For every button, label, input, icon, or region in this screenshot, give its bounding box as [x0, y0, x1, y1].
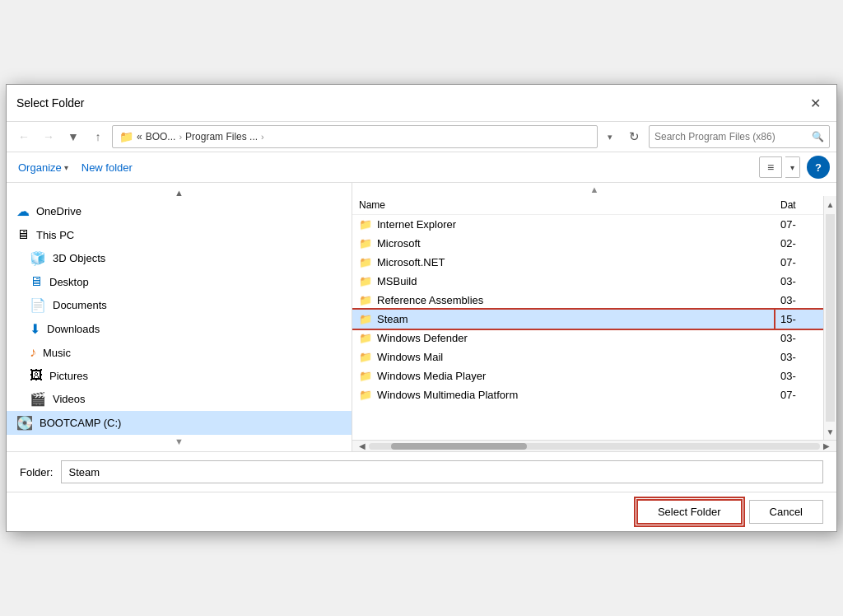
- nav-bar: ← → ▼ ↑ 📁 « BOO... › Program Files ... ›…: [7, 122, 836, 152]
- folder-icon: 📁: [359, 256, 372, 268]
- file-row[interactable]: 📁Microsoft02-: [352, 234, 823, 253]
- horizontal-scrollbar[interactable]: ◀ ▶: [352, 440, 836, 451]
- file-name: 📁Steam: [352, 310, 774, 329]
- sidebar-label-this-pc: This PC: [36, 229, 74, 241]
- sort-arrow-icon: ▲: [590, 184, 599, 194]
- sidebar-item-documents[interactable]: 📄 Documents: [7, 293, 352, 317]
- col-header-name: Name: [352, 196, 774, 215]
- desktop-icon: 🖥: [30, 274, 43, 289]
- file-date: 07-: [774, 253, 823, 272]
- sidebar-item-desktop[interactable]: 🖥 Desktop: [7, 270, 352, 293]
- hscroll-track: [369, 443, 820, 450]
- up-button[interactable]: ↑: [87, 126, 109, 147]
- folder-icon: 📁: [359, 218, 372, 231]
- folder-icon: 📁: [359, 275, 372, 287]
- file-row[interactable]: 📁Windows Multimedia Platform07-: [352, 385, 823, 404]
- scroll-down-icon: ▼: [175, 436, 184, 446]
- help-button[interactable]: ?: [807, 156, 830, 179]
- music-icon: ♪: [30, 345, 36, 360]
- folder-icon: 📁: [359, 237, 372, 250]
- folder-icon: 📁: [359, 351, 372, 363]
- sidebar-label-onedrive: OneDrive: [36, 205, 82, 217]
- file-date: 03-: [774, 366, 823, 385]
- breadcrumb-folder-icon: 📁: [119, 130, 133, 143]
- sidebar-scroll-indicator: ▲: [7, 186, 352, 199]
- close-button[interactable]: ✕: [803, 91, 827, 114]
- forward-button[interactable]: →: [38, 126, 59, 147]
- file-row[interactable]: 📁Steam15-: [352, 310, 823, 329]
- toolbar: Organize ▾ New folder ≡ ▾ ?: [7, 152, 836, 183]
- folder-input[interactable]: [61, 460, 823, 483]
- refresh-button[interactable]: ↻: [622, 125, 645, 148]
- file-name: 📁Reference Assemblies: [352, 291, 774, 310]
- file-list: Name Dat 📁Internet Explorer07-📁Microsoft…: [352, 196, 823, 440]
- file-row[interactable]: 📁Windows Mail03-: [352, 348, 823, 366]
- downloads-icon: ⬇: [30, 321, 40, 337]
- file-list-container: ▲ Name Dat 📁Internet Explorer07-📁Microso…: [352, 183, 836, 451]
- file-row[interactable]: 📁Reference Assemblies03-: [352, 291, 823, 310]
- search-icon: 🔍: [812, 131, 824, 142]
- file-date: 07-: [774, 385, 823, 404]
- file-list-header: ▲: [352, 183, 836, 196]
- breadcrumb-part2: BOO...: [146, 131, 176, 142]
- back-button[interactable]: ←: [13, 126, 35, 147]
- bootcamp-icon: 💽: [16, 415, 33, 431]
- breadcrumb-part3: Program Files ...: [185, 131, 258, 142]
- sidebar-item-downloads[interactable]: ⬇ Downloads: [7, 317, 352, 341]
- view-dropdown-button[interactable]: ▾: [785, 156, 800, 178]
- file-name: 📁MSBuild: [352, 272, 774, 291]
- dropdown-recent-button[interactable]: ▼: [63, 126, 84, 147]
- sidebar: ▲ ☁ OneDrive 🖥 This PC 🧊 3D Objects 🖥 De…: [7, 183, 352, 451]
- folder-icon: 📁: [359, 389, 372, 401]
- sidebar-item-music[interactable]: ♪ Music: [7, 341, 352, 364]
- scroll-down-btn[interactable]: ▼: [824, 423, 836, 440]
- breadcrumb-bar: 📁 « BOO... › Program Files ... ›: [112, 125, 598, 148]
- file-name: 📁Microsoft.NET: [352, 253, 774, 272]
- breadcrumb-sep2: ›: [261, 132, 264, 142]
- sidebar-item-onedrive[interactable]: ☁ OneDrive: [7, 199, 352, 223]
- button-bar: Select Folder Cancel: [7, 492, 836, 531]
- file-date: 03-: [774, 329, 823, 348]
- main-content: ▲ ☁ OneDrive 🖥 This PC 🧊 3D Objects 🖥 De…: [7, 183, 836, 451]
- new-folder-button[interactable]: New folder: [77, 159, 137, 176]
- col-header-date: Dat: [774, 196, 823, 215]
- file-date: 03-: [774, 272, 823, 291]
- view-icon: ≡: [767, 161, 774, 174]
- sidebar-label-desktop: Desktop: [49, 276, 89, 288]
- sidebar-item-bootcamp[interactable]: 💽 BOOTCAMP (C:): [7, 411, 352, 435]
- title-bar: Select Folder ✕: [7, 85, 836, 122]
- file-row[interactable]: 📁Internet Explorer07-: [352, 215, 823, 235]
- sidebar-item-3d-objects[interactable]: 🧊 3D Objects: [7, 246, 352, 270]
- hscroll-thumb: [391, 443, 526, 450]
- breadcrumb-sep1: ›: [179, 132, 182, 142]
- file-row[interactable]: 📁Windows Media Player03-: [352, 366, 823, 385]
- file-row[interactable]: 📁Windows Defender03-: [352, 329, 823, 348]
- sidebar-scroll-down: ▼: [7, 435, 352, 448]
- folder-icon: 📁: [359, 332, 372, 344]
- hscroll-left-btn[interactable]: ◀: [356, 441, 369, 450]
- search-input[interactable]: [654, 131, 808, 142]
- view-button[interactable]: ≡: [759, 156, 782, 178]
- onedrive-icon: ☁: [16, 203, 30, 219]
- file-list-scrollbar[interactable]: ▲ ▼: [823, 196, 836, 440]
- breadcrumb-dropdown-button[interactable]: ▾: [601, 126, 619, 147]
- scroll-up-btn[interactable]: ▲: [824, 196, 836, 212]
- folder-icon: 📁: [359, 294, 372, 306]
- sidebar-item-pictures[interactable]: 🖼 Pictures: [7, 364, 352, 387]
- sidebar-item-this-pc[interactable]: 🖥 This PC: [7, 223, 352, 246]
- 3d-objects-icon: 🧊: [30, 250, 46, 266]
- file-name: 📁Microsoft: [352, 234, 774, 253]
- hscroll-right-btn[interactable]: ▶: [820, 441, 833, 450]
- select-folder-button[interactable]: Select Folder: [636, 499, 743, 525]
- organize-button[interactable]: Organize ▾: [13, 159, 73, 176]
- search-box: 🔍: [649, 125, 830, 148]
- sidebar-label-3d-objects: 3D Objects: [53, 252, 105, 264]
- cancel-button[interactable]: Cancel: [749, 500, 823, 524]
- sidebar-item-videos[interactable]: 🎬 Videos: [7, 387, 352, 411]
- file-row[interactable]: 📁MSBuild03-: [352, 272, 823, 291]
- scroll-thumb: [826, 214, 835, 422]
- this-pc-icon: 🖥: [16, 227, 30, 242]
- file-row[interactable]: 📁Microsoft.NET07-: [352, 253, 823, 272]
- organize-chevron-icon: ▾: [64, 163, 68, 172]
- videos-icon: 🎬: [30, 391, 46, 407]
